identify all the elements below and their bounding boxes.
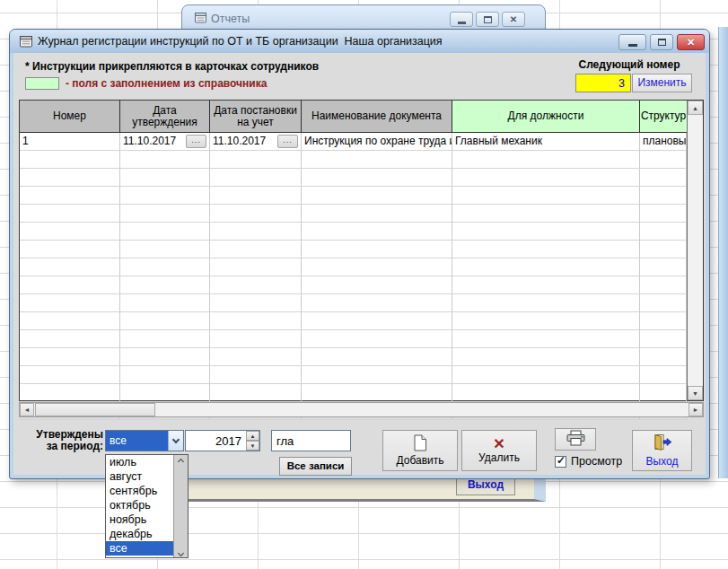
column-header-approval-date[interactable]: Дата утверждения (120, 101, 210, 133)
combobox-dropdown-button[interactable] (168, 431, 183, 451)
cell-approval-date[interactable]: 11.10.2017 ... (120, 133, 210, 151)
table-empty-row[interactable] (20, 169, 687, 187)
table-header-row: Номер Дата утверждения Дата постановки н… (20, 101, 687, 133)
horizontal-scroll-thumb[interactable] (35, 403, 155, 416)
cell-registration-date[interactable]: 11.10.2017 ... (210, 133, 302, 151)
change-number-button[interactable]: Изменить (632, 74, 692, 92)
printer-icon (566, 430, 586, 450)
table-empty-row[interactable] (20, 366, 687, 384)
table-empty-row[interactable] (20, 312, 687, 330)
minimize-button[interactable] (618, 34, 646, 50)
table-empty-row[interactable] (20, 205, 687, 223)
scroll-up-button[interactable] (174, 457, 188, 464)
table-empty-row[interactable] (20, 330, 687, 348)
window-edge-strip (718, 27, 728, 478)
dialog-window-controls: ✕ (618, 34, 705, 50)
table-empty-row[interactable] (20, 258, 687, 276)
table-empty-row[interactable] (20, 384, 687, 402)
instructions-note: * Инструкции прикрепляются в карточках с… (25, 60, 319, 73)
column-header-position[interactable]: Для должности (452, 101, 640, 133)
exit-button[interactable]: Выход (632, 430, 692, 471)
table-empty-row[interactable] (20, 187, 687, 205)
search-input[interactable] (271, 430, 351, 451)
approved-period-label: Утверждены за период: (19, 429, 103, 452)
column-header-document-name[interactable]: Наименование документа (302, 101, 452, 133)
chevron-up-icon (178, 459, 184, 465)
preview-checkbox-group[interactable]: ✓ Просмотр (555, 455, 622, 468)
date-picker-button[interactable]: ... (186, 135, 206, 148)
dropdown-scrollbar[interactable] (173, 455, 188, 557)
delete-button-label: Удалить (478, 451, 520, 464)
left-arrow-icon: ◄ (24, 407, 31, 413)
table-row[interactable]: 1 11.10.2017 ... 11.10.2017 ... Инструкц… (20, 133, 687, 151)
registration-date-value: 11.10.2017 (213, 135, 266, 148)
dropdown-option-all[interactable]: все (106, 541, 174, 556)
year-input[interactable] (186, 431, 246, 451)
add-button[interactable]: Добавить (382, 430, 458, 471)
table-main: Номер Дата утверждения Дата постановки н… (20, 101, 687, 400)
dropdown-option-july[interactable]: июль (106, 455, 174, 469)
next-number-value: 3 (575, 74, 631, 92)
dialog-title: Журнал регистрации инструкций по ОТ и ТБ… (38, 35, 443, 48)
minimize-button[interactable] (450, 12, 473, 27)
year-spin-buttons: ▲ ▼ (246, 431, 259, 451)
add-button-label: Добавить (396, 454, 443, 467)
dropdown-option-october[interactable]: октябрь (106, 498, 174, 512)
cell-position[interactable]: Главный механик (452, 133, 640, 151)
horizontal-scrollbar[interactable]: ◄ ► (19, 402, 704, 417)
period-combobox[interactable]: все (105, 430, 184, 451)
table-empty-row[interactable] (20, 294, 687, 312)
journal-dialog: Журнал регистрации инструкций по ОТ и ТБ… (9, 29, 710, 479)
scroll-down-button[interactable]: ▼ (688, 386, 703, 400)
dropdown-option-december[interactable]: декабрь (106, 527, 174, 541)
next-number-label: Следующий номер (566, 58, 692, 71)
scroll-up-button[interactable]: ▲ (688, 101, 703, 115)
table-empty-row[interactable] (20, 348, 687, 366)
maximize-button[interactable] (476, 12, 499, 27)
journal-icon (18, 34, 34, 52)
table-empty-row[interactable] (20, 151, 687, 169)
reports-window-title: Отчеты (211, 13, 250, 25)
check-icon: ✓ (557, 454, 566, 467)
desktop-spreadsheet-background: Отчеты ✕ Выход Журнал регистрации инстру… (0, 0, 728, 569)
date-picker-button[interactable]: ... (277, 135, 298, 148)
cell-document-name[interactable]: Инструкция по охране труда и Т (302, 133, 452, 151)
cell-structure[interactable]: плановый (640, 133, 687, 151)
dropdown-option-september[interactable]: сентябрь (106, 484, 174, 498)
column-header-registration-date[interactable]: Дата постановки на учет (210, 101, 302, 133)
scroll-right-button[interactable]: ► (689, 403, 703, 416)
cell-number[interactable]: 1 (20, 133, 120, 151)
preview-label: Просмотр (571, 455, 622, 468)
reports-window-controls: ✕ (450, 12, 525, 27)
up-arrow-icon: ▲ (692, 105, 698, 111)
close-button[interactable]: ✕ (502, 12, 525, 27)
column-header-structure[interactable]: Структур (640, 101, 687, 133)
delete-x-icon: ✕ (493, 437, 504, 451)
close-icon: ✕ (510, 15, 517, 24)
column-header-number[interactable]: Номер (20, 101, 120, 133)
table-empty-row[interactable] (20, 276, 687, 294)
scroll-left-button[interactable]: ◄ (20, 403, 34, 416)
year-spinner: ▲ ▼ (185, 430, 260, 451)
spin-down-button[interactable]: ▼ (246, 441, 259, 451)
down-arrow-icon: ▼ (250, 443, 256, 449)
scroll-down-button[interactable] (174, 553, 188, 556)
preview-checkbox[interactable]: ✓ (555, 456, 566, 468)
delete-button[interactable]: ✕ Удалить (461, 430, 537, 471)
vertical-scrollbar[interactable]: ▲ ▼ (687, 101, 703, 400)
chevron-down-icon (172, 435, 180, 442)
down-arrow-icon: ▼ (692, 390, 698, 397)
close-button[interactable]: ✕ (677, 34, 705, 50)
dropdown-option-november[interactable]: ноябрь (106, 512, 174, 527)
spin-up-button[interactable]: ▲ (246, 431, 259, 441)
table-empty-row[interactable] (20, 241, 687, 258)
maximize-button[interactable] (650, 34, 673, 50)
dialog-titlebar[interactable]: Журнал регистрации инструкций по ОТ и ТБ… (10, 30, 709, 53)
table-empty-row[interactable] (20, 223, 687, 241)
instructions-table: Номер Дата утверждения Дата постановки н… (19, 100, 704, 401)
dropdown-option-august[interactable]: август (106, 469, 174, 484)
all-records-button[interactable]: Все записи (279, 457, 352, 476)
period-selected-value[interactable]: все (106, 431, 168, 451)
exit-door-icon (653, 433, 672, 454)
print-button[interactable] (555, 428, 596, 451)
